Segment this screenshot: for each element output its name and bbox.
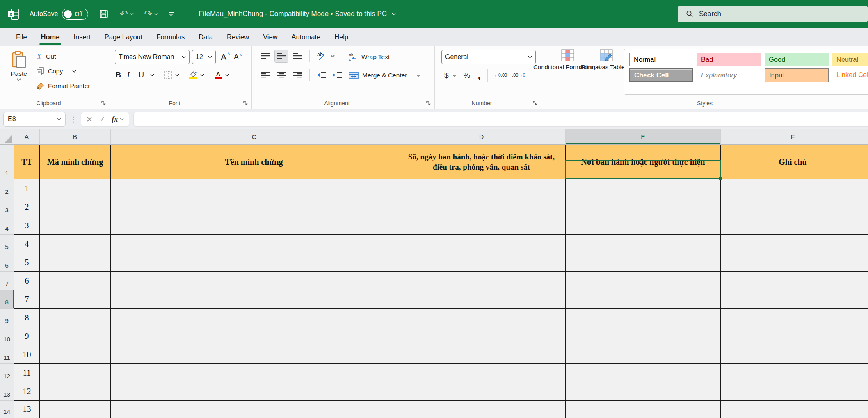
cell-B14[interactable] [40, 401, 111, 418]
orientation-dropdown-icon[interactable] [331, 55, 335, 57]
cancel-button[interactable]: ✕ [86, 115, 93, 124]
increase-font-size-button[interactable]: A˄ [218, 51, 229, 63]
cell-A14[interactable]: 13 [14, 401, 40, 418]
increase-indent-button[interactable] [331, 68, 345, 82]
name-box[interactable]: E8 [3, 112, 66, 127]
cell-C10[interactable] [111, 327, 397, 345]
percent-style-button[interactable]: % [461, 71, 473, 80]
cell-D3[interactable] [397, 198, 566, 216]
number-format-select[interactable]: General [441, 50, 536, 64]
enter-button[interactable]: ✓ [99, 115, 105, 124]
cell-E13[interactable] [566, 382, 721, 401]
number-dialog-launcher[interactable] [532, 100, 538, 106]
alignment-dialog-launcher[interactable] [425, 100, 431, 106]
tab-review[interactable]: Review [220, 28, 256, 46]
tab-view[interactable]: View [256, 28, 284, 46]
cell-A5[interactable]: 4 [14, 235, 40, 253]
cell-E10[interactable] [566, 327, 721, 345]
cell-F11[interactable] [721, 345, 865, 364]
decrease-indent-button[interactable] [315, 68, 329, 82]
row-header-7[interactable]: 7 [0, 272, 14, 290]
underline-dropdown-icon[interactable] [150, 74, 154, 76]
cell-D14[interactable] [397, 401, 566, 418]
cell-D13[interactable] [397, 382, 566, 401]
cell-F7[interactable] [721, 272, 865, 290]
formula-input[interactable] [133, 112, 868, 127]
undo-button[interactable]: ↶ [119, 10, 133, 18]
cell-F10[interactable] [721, 327, 865, 345]
cell-F9[interactable] [721, 309, 865, 327]
font-color-button[interactable]: A [212, 69, 224, 81]
align-right-button[interactable] [290, 68, 304, 82]
row-header-1[interactable]: 1 [0, 145, 14, 179]
title-dropdown-icon[interactable] [392, 13, 396, 15]
cell-F14[interactable] [721, 401, 865, 418]
row-header-2[interactable]: 2 [0, 179, 14, 198]
cell-C9[interactable] [111, 309, 397, 327]
cell-D2[interactable] [397, 179, 566, 198]
cell-style-normal[interactable]: Normal [629, 53, 693, 66]
header-cell-E1[interactable]: Nơi ban hành hoặc người thực hiện [566, 145, 721, 179]
cell-C3[interactable] [111, 198, 397, 216]
wrap-text-button[interactable]: ab c Wrap Text [349, 50, 420, 64]
cell-B3[interactable] [40, 198, 111, 216]
cell-F2[interactable] [721, 179, 865, 198]
search-input[interactable]: Search [678, 6, 868, 22]
cell-D7[interactable] [397, 272, 566, 290]
align-left-button[interactable] [258, 68, 272, 82]
cell-B6[interactable] [40, 253, 111, 272]
cell-D8[interactable] [397, 290, 566, 309]
cell-C8[interactable] [111, 290, 397, 309]
cell-B8[interactable] [40, 290, 111, 309]
tab-insert[interactable]: Insert [66, 28, 97, 46]
undo-dropdown-icon[interactable] [130, 13, 134, 15]
cell-B5[interactable] [40, 235, 111, 253]
tab-formulas[interactable]: Formulas [149, 28, 192, 46]
header-cell-D1[interactable]: Số, ngày ban hành, hoặc thời điểm khảo s… [397, 145, 566, 179]
row-header-4[interactable]: 4 [0, 216, 14, 235]
font-dialog-launcher[interactable] [242, 100, 248, 106]
cell-C14[interactable] [111, 401, 397, 418]
row-header-8[interactable]: 8 [0, 290, 14, 309]
cell-E8[interactable] [566, 290, 721, 309]
cell-E14[interactable] [566, 401, 721, 418]
increase-decimal-button[interactable]: ←0 .00 [492, 73, 509, 77]
accounting-dropdown-icon[interactable] [452, 74, 457, 77]
fill-color-button[interactable] [187, 69, 199, 81]
cell-E6[interactable] [566, 253, 721, 272]
paste-button[interactable]: Paste [8, 50, 30, 81]
row-header-13[interactable]: 13 [0, 382, 14, 401]
cell-A2[interactable]: 1 [14, 179, 40, 198]
row-header-5[interactable]: 5 [0, 235, 14, 253]
middle-align-button[interactable] [274, 50, 288, 63]
tab-data[interactable]: Data [192, 28, 220, 46]
cell-D10[interactable] [397, 327, 566, 345]
header-cell-C1[interactable]: Tên minh chứng [111, 145, 397, 179]
cell-E7[interactable] [566, 272, 721, 290]
row-header-12[interactable]: 12 [0, 364, 14, 382]
cell-C5[interactable] [111, 235, 397, 253]
center-button[interactable] [274, 68, 288, 82]
cell-A10[interactable]: 9 [14, 327, 40, 345]
cut-button[interactable]: ✂ Cut [36, 50, 90, 63]
cell-E9[interactable] [566, 309, 721, 327]
save-icon[interactable] [99, 9, 109, 19]
tab-home[interactable]: Home [34, 28, 67, 46]
header-cell-A1[interactable]: TT [14, 145, 40, 179]
cell-E4[interactable] [566, 216, 721, 235]
cell-D4[interactable] [397, 216, 566, 235]
cell-style-good[interactable]: Good [765, 53, 829, 66]
cell-F5[interactable] [721, 235, 865, 253]
customize-quick-access-button[interactable] [169, 12, 174, 16]
cell-C2[interactable] [111, 179, 397, 198]
cell-A3[interactable]: 2 [14, 198, 40, 216]
cell-B2[interactable] [40, 179, 111, 198]
top-align-button[interactable] [258, 50, 272, 63]
comma-style-button[interactable]: , [475, 69, 482, 82]
orientation-button[interactable]: ab [315, 50, 329, 63]
format-painter-button[interactable]: Format Painter [36, 80, 90, 92]
cell-A11[interactable]: 10 [14, 345, 40, 364]
cell-A13[interactable]: 12 [14, 382, 40, 401]
cell-D5[interactable] [397, 235, 566, 253]
row-header-14[interactable]: 14 [0, 401, 14, 418]
